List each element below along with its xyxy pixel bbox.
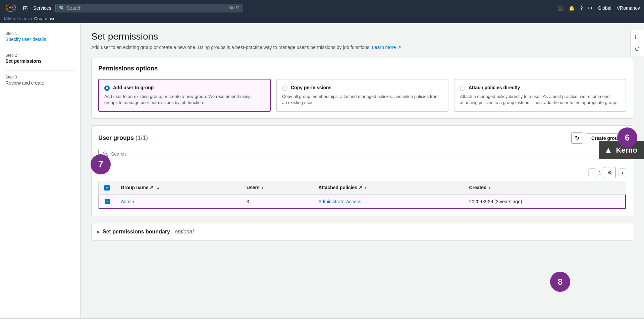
page-settings-button[interactable]: ⚙: [604, 167, 616, 178]
th-group-name: Group name ↗ ▲: [115, 181, 241, 194]
group-name-link[interactable]: Admin: [121, 199, 134, 204]
step-2-title: Set permissions: [5, 58, 75, 64]
groups-search-input[interactable]: [111, 151, 622, 157]
radio-add-to-group[interactable]: [104, 86, 110, 91]
search-input[interactable]: [67, 5, 225, 11]
terminal-icon[interactable]: ⬛: [558, 5, 564, 11]
option-2-title: Copy permissions: [291, 85, 331, 90]
select-all-checkbox[interactable]: [104, 185, 110, 191]
th-checkbox: [99, 181, 115, 194]
page-title: Set permissions: [91, 31, 633, 42]
user-groups-header: User groups (1/1) ↻ Create group: [98, 132, 626, 144]
option-1-title: Add user to group: [113, 85, 154, 90]
breadcrumb-current: Create user: [34, 16, 57, 21]
step-2: Step 2 Set permissions: [5, 53, 75, 64]
kerno-watermark: ▲ Kerno: [599, 141, 644, 159]
breadcrumb-sep-2: ›: [31, 16, 32, 21]
option-1-header: Add user to group: [104, 85, 265, 91]
table-row[interactable]: Admin 3 AdministratorAccess 2020-02-29 (…: [99, 194, 626, 209]
filter-created-icon[interactable]: ▼: [488, 186, 491, 190]
option-1-desc: Add user to an existing group, or create…: [104, 94, 265, 106]
td-users: 3: [241, 194, 313, 209]
sidebar-divider-2: [5, 70, 75, 71]
th-created: Created ▼: [464, 181, 626, 194]
groups-pagination-top: ‹ 1 ⚙ ›: [98, 164, 626, 181]
step-3: Step 3 Review and create: [5, 75, 75, 86]
options-grid: Add user to group Add user to an existin…: [98, 79, 626, 112]
option-attach-policies[interactable]: Attach policies directly Attach a manage…: [454, 79, 626, 112]
step-3-label: Step 3: [5, 75, 75, 79]
step-3-title: Review and create: [5, 80, 75, 86]
grid-icon[interactable]: ⊞: [21, 3, 29, 13]
permissions-options-header: Permissions options: [98, 65, 626, 72]
clock-icon[interactable]: ⏱: [633, 45, 641, 53]
option-add-to-group[interactable]: Add user to group Add user to an existin…: [98, 79, 271, 112]
td-checkbox[interactable]: [99, 194, 115, 209]
step-1-label: Step 1: [5, 31, 75, 36]
learn-more-link[interactable]: Learn more ↗: [372, 45, 401, 50]
option-2-header: Copy permissions: [282, 85, 442, 91]
breadcrumb-sep-1: ›: [14, 16, 15, 21]
row-checkbox[interactable]: [105, 199, 110, 204]
groups-table-header-row: Group name ↗ ▲ Users ▼: [99, 181, 626, 194]
th-users: Users ▼: [241, 181, 313, 194]
info-icon[interactable]: ℹ: [633, 33, 641, 42]
option-3-header: Attach policies directly: [460, 85, 620, 91]
optional-label: - optional: [171, 229, 194, 234]
page-next-button[interactable]: ›: [619, 168, 626, 177]
sort-group-name-icon[interactable]: ▲: [156, 186, 160, 190]
bottom-action-bar: Previous Next: [0, 318, 644, 322]
breadcrumb: IAM › Users › Create user: [0, 16, 644, 23]
page-prev-button[interactable]: ‹: [588, 168, 596, 177]
refresh-button[interactable]: ↻: [571, 132, 583, 144]
services-link[interactable]: Services: [33, 5, 51, 11]
groups-table-wrapper: Group name ↗ ▲ Users ▼: [98, 181, 626, 209]
user-menu[interactable]: VRomanov: [617, 5, 640, 11]
permissions-boundary-title: Set permissions boundary - optional: [103, 229, 194, 235]
aws-logo[interactable]: [4, 3, 17, 13]
bell-icon[interactable]: 🔔: [569, 5, 575, 11]
groups-table: Group name ↗ ▲ Users ▼: [99, 181, 626, 209]
radio-copy-permissions[interactable]: [282, 86, 287, 91]
step-2-label: Step 2: [5, 53, 75, 58]
permissions-boundary-card: ▶ Set permissions boundary - optional: [91, 223, 633, 240]
policy-link[interactable]: AdministratorAccess: [318, 199, 361, 204]
user-groups-card: User groups (1/1) ↻ Create group 🔍 ‹: [91, 125, 633, 216]
search-bar[interactable]: 🔍 [Alt+S]: [55, 4, 243, 12]
page-number: 1: [599, 170, 601, 175]
step-1: Step 1 Specify user details: [5, 31, 75, 42]
page-layout: Step 1 Specify user details Step 2 Set p…: [0, 23, 644, 318]
main-content: Set permissions Add user to an existing …: [80, 23, 644, 318]
sidebar: Step 1 Specify user details Step 2 Set p…: [0, 23, 80, 318]
user-groups-title: User groups (1/1): [98, 135, 148, 142]
region-selector[interactable]: Global: [598, 5, 611, 11]
page-description: Add user to an existing group or create …: [91, 45, 633, 50]
step-1-title[interactable]: Specify user details: [5, 37, 75, 42]
option-3-title: Attach policies directly: [469, 85, 520, 90]
attached-policies-external-icon: ↗: [359, 185, 363, 190]
kerno-logo: ▲: [604, 145, 613, 155]
search-icon: 🔍: [59, 5, 65, 11]
groups-search-bar[interactable]: 🔍: [98, 149, 626, 159]
breadcrumb-users[interactable]: Users: [17, 16, 29, 21]
groups-search-icon: 🔍: [103, 151, 108, 157]
td-group-name: Admin: [115, 194, 241, 209]
option-copy-permissions[interactable]: Copy permissions Copy all group membersh…: [276, 79, 448, 112]
nav-right: ⬛ 🔔 ? ⚙ Global VRomanov: [558, 5, 640, 11]
groups-table-body: Admin 3 AdministratorAccess 2020-02-29 (…: [99, 194, 626, 209]
help-icon[interactable]: ?: [580, 5, 583, 11]
radio-attach-policies[interactable]: [460, 86, 465, 91]
filter-policies-icon[interactable]: ▼: [364, 186, 367, 190]
permissions-options-card: Permissions options Add user to group Ad…: [91, 58, 633, 119]
td-created: 2020-02-29 (3 years ago): [464, 194, 626, 209]
breadcrumb-iam[interactable]: IAM: [4, 16, 12, 21]
top-navigation: ⊞ Services 🔍 [Alt+S] ⬛ 🔔 ? ⚙ Global VRom…: [0, 0, 644, 16]
td-attached-policies: AdministratorAccess: [313, 194, 464, 209]
user-groups-body: User groups (1/1) ↻ Create group 🔍 ‹: [92, 126, 633, 216]
sidebar-divider-1: [5, 49, 75, 49]
right-side-panel: ℹ ⏱: [630, 30, 644, 56]
permissions-boundary-header[interactable]: ▶ Set permissions boundary - optional: [92, 223, 633, 240]
settings-icon[interactable]: ⚙: [588, 5, 592, 11]
filter-users-icon[interactable]: ▼: [261, 186, 264, 190]
user-groups-count: (1/1): [136, 135, 148, 141]
